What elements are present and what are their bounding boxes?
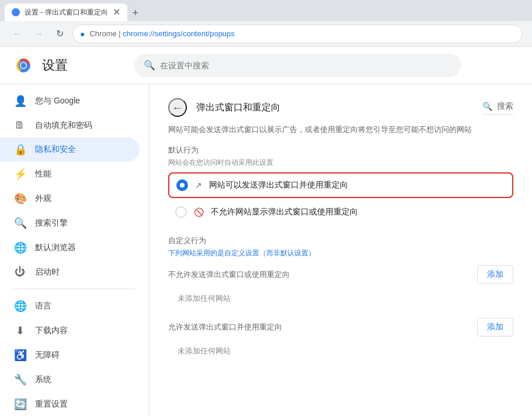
sidebar-item-reset[interactable]: 🔄 重置设置 [0, 392, 140, 416]
sidebar-label-startup: 启动时 [35, 267, 60, 278]
secure-icon: ● [80, 29, 85, 39]
address-text: Chrome | chrome://settings/content/popup… [89, 29, 515, 38]
search-icon: 🔍 [144, 60, 155, 71]
address-bar[interactable]: ● Chrome | chrome://settings/content/pop… [72, 25, 523, 43]
new-tab-button[interactable]: + [127, 5, 144, 21]
sidebar-item-language[interactable]: 🌐 语言 [0, 294, 140, 318]
reset-icon: 🔄 [14, 398, 26, 411]
browser-frame: 设置 - 弹出式窗口和重定向 ✕ + ← → ↻ ● Chrome | chro… [0, 0, 532, 416]
back-nav-button[interactable]: ← [9, 26, 26, 42]
settings-header: 设置 🔍 [0, 47, 532, 84]
block-popup-icon: 🚫 [194, 207, 204, 217]
sidebar-label-appearance: 外观 [35, 193, 51, 204]
settings-search-bar[interactable]: 🔍 [134, 54, 461, 77]
content-search-label: 搜索 [497, 101, 513, 112]
settings-body: 👤 您与 Google 🗎 自动填充和密码 🔒 隐私和安全 ⚡ 性能 🎨 [0, 84, 532, 416]
block-empty-text: 未添加任何网站 [168, 289, 513, 308]
sidebar-item-performance[interactable]: ⚡ 性能 [0, 162, 140, 186]
sidebar-label-default-browser: 默认浏览器 [35, 242, 76, 253]
accessibility-icon: ♿ [14, 349, 26, 362]
content-search[interactable]: 🔍 搜索 [482, 101, 513, 115]
content-panel-title: 弹出式窗口和重定向 [196, 102, 280, 114]
chrome-logo [14, 56, 33, 75]
browser-icon: 🌐 [14, 241, 26, 254]
lock-icon: 🔒 [14, 143, 26, 156]
custom-behavior-sub[interactable]: 下列网站采用的是自定义设置（而非默认设置） [168, 248, 513, 258]
address-prefix: Chrome | [89, 29, 123, 38]
main-content: ← 弹出式窗口和重定向 🔍 搜索 网站可能会发送弹出式窗口以展示广告，或者使用重… [149, 84, 532, 416]
allow-rule-header: 允许发送弹出式窗口并使用重定向 添加 [168, 318, 513, 337]
language-icon: 🌐 [14, 300, 26, 313]
reload-button[interactable]: ↻ [51, 26, 68, 42]
active-tab[interactable]: 设置 - 弹出式窗口和重定向 ✕ [5, 4, 127, 21]
sidebar-label-search: 搜索引擎 [35, 218, 68, 228]
sidebar-label-download: 下载内容 [35, 325, 68, 336]
appearance-icon: 🎨 [14, 192, 26, 205]
performance-icon: ⚡ [14, 168, 26, 181]
person-icon: 👤 [14, 95, 26, 108]
block-popup-label: 不允许网站显示弹出式窗口或使用重定向 [211, 207, 358, 217]
allow-rule-label: 允许发送弹出式窗口并使用重定向 [168, 322, 282, 332]
allow-radio-button[interactable] [176, 179, 188, 191]
allow-popup-label: 网站可以发送弹出式窗口并使用重定向 [209, 180, 348, 190]
tab-title: 设置 - 弹出式窗口和重定向 [25, 8, 108, 18]
sidebar-label-privacy: 隐私和安全 [35, 144, 76, 155]
sidebar-item-default-browser[interactable]: 🌐 默认浏览器 [0, 235, 140, 260]
block-add-button[interactable]: 添加 [477, 265, 513, 284]
content-back-button[interactable]: ← [168, 98, 187, 117]
block-rule-header: 不允许发送弹出式窗口或使用重定向 添加 [168, 265, 513, 284]
sidebar-divider [14, 289, 135, 289]
sidebar-label-google: 您与 Google [35, 96, 80, 106]
allow-empty-text: 未添加任何网站 [168, 341, 513, 361]
content-header-left: ← 弹出式窗口和重定向 [168, 98, 280, 117]
sidebar-item-google[interactable]: 👤 您与 Google [0, 89, 140, 113]
sidebar-label-language: 语言 [35, 301, 51, 311]
sidebar-item-startup[interactable]: ⏻ 启动时 [0, 260, 140, 284]
sidebar-item-download[interactable]: ⬇ 下载内容 [0, 318, 140, 343]
search-engine-icon: 🔍 [14, 217, 26, 230]
default-behavior-sub: 网站会在您访问时自动采用此设置 [168, 158, 513, 168]
autofill-icon: 🗎 [14, 119, 26, 131]
block-rule-label: 不允许发送弹出式窗口或使用重定向 [168, 269, 290, 280]
sidebar-label-performance: 性能 [35, 169, 51, 179]
block-radio-button[interactable] [175, 206, 187, 218]
content-description: 网站可能会发送弹出式窗口以展示广告，或者使用重定向将您引导至您可能不想访问的网站 [168, 124, 513, 136]
address-url: chrome://settings/content/popups [123, 29, 235, 38]
browser-toolbar: ← → ↻ ● Chrome | chrome://settings/conte… [0, 21, 532, 47]
tab-bar: 设置 - 弹出式窗口和重定向 ✕ + [0, 0, 532, 21]
tab-close-button[interactable]: ✕ [113, 8, 120, 17]
allow-popups-option[interactable]: ↗ 网站可以发送弹出式窗口并使用重定向 [168, 172, 513, 198]
default-behavior-label: 默认行为 [168, 145, 513, 155]
custom-behavior-section: 自定义行为 下列网站采用的是自定义设置（而非默认设置） 不允许发送弹出式窗口或使… [168, 235, 513, 361]
sidebar-item-autofill[interactable]: 🗎 自动填充和密码 [0, 113, 140, 137]
settings-app: 设置 🔍 👤 您与 Google 🗎 自动填充和密码 🔒 隐 [0, 47, 532, 416]
svg-point-7 [21, 63, 26, 68]
sidebar: 👤 您与 Google 🗎 自动填充和密码 🔒 隐私和安全 ⚡ 性能 🎨 [0, 84, 149, 416]
content-panel-header: ← 弹出式窗口和重定向 🔍 搜索 [168, 98, 513, 117]
sidebar-item-accessibility[interactable]: ♿ 无障碍 [0, 343, 140, 368]
allow-add-button[interactable]: 添加 [477, 318, 513, 337]
custom-behavior-title: 自定义行为 [168, 235, 513, 246]
forward-nav-button[interactable]: → [30, 26, 47, 42]
sidebar-label-autofill: 自动填充和密码 [35, 120, 92, 131]
sidebar-item-system[interactable]: 🔧 系统 [0, 368, 140, 392]
sidebar-item-privacy[interactable]: 🔒 隐私和安全 [0, 137, 140, 162]
download-icon: ⬇ [14, 324, 26, 337]
block-popups-option[interactable]: 🚫 不允许网站显示弹出式窗口或使用重定向 [168, 200, 513, 224]
search-icon-content: 🔍 [482, 102, 492, 111]
startup-icon: ⏻ [14, 266, 26, 278]
sidebar-item-search[interactable]: 🔍 搜索引擎 [0, 211, 140, 235]
allow-popup-icon: ↗ [195, 181, 202, 190]
tab-favicon [12, 8, 20, 16]
sidebar-item-appearance[interactable]: 🎨 外观 [0, 186, 140, 211]
sidebar-label-system: 系统 [35, 375, 51, 385]
content-panel: ← 弹出式窗口和重定向 🔍 搜索 网站可能会发送弹出式窗口以展示广告，或者使用重… [149, 84, 532, 384]
settings-search-input[interactable] [160, 61, 452, 70]
system-icon: 🔧 [14, 373, 26, 386]
settings-main-title: 设置 [42, 57, 68, 74]
sidebar-label-reset: 重置设置 [35, 399, 68, 410]
sidebar-label-accessibility: 无障碍 [35, 350, 60, 360]
allow-rule-section: 允许发送弹出式窗口并使用重定向 添加 未添加任何网站 [168, 318, 513, 361]
block-rule-section: 不允许发送弹出式窗口或使用重定向 添加 未添加任何网站 [168, 265, 513, 308]
